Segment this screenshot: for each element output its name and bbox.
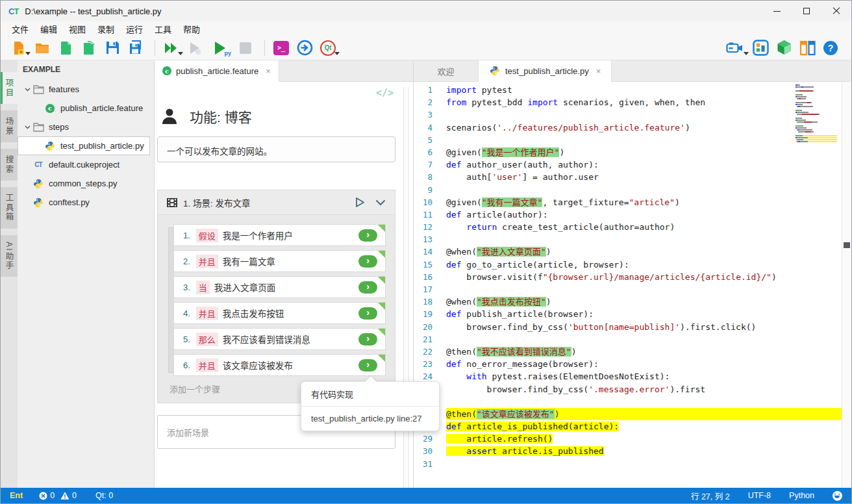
menu-编辑[interactable]: 编辑 [34, 21, 63, 36]
step-row-2[interactable]: 2.并且我有一篇文章› [173, 250, 386, 272]
code-line-10: 10@given("我有一篇文章", target_fixture="artic… [414, 196, 851, 208]
collapse-scenario-icon[interactable] [375, 199, 386, 206]
step-row-6[interactable]: 6.并且该文章应该被发布› [173, 354, 386, 376]
editor-tabbar: 欢迎test_publish_article.py× [414, 60, 851, 82]
tree-item-conftest.py[interactable]: conftest.py [18, 193, 154, 212]
line-number: 19 [414, 308, 446, 320]
dashboard-icon[interactable] [750, 38, 771, 58]
line-number: 21 [414, 333, 446, 346]
tree-item-label: steps [49, 122, 69, 132]
tree-item-publish_article.feature[interactable]: cpublish_article.feature [18, 99, 154, 118]
tab-欢迎[interactable]: 欢迎 [414, 60, 479, 81]
qt-status[interactable]: Qt: 0 [95, 491, 113, 500]
resume-icon[interactable] [294, 38, 315, 58]
new-document-icon[interactable] [55, 38, 76, 58]
tree-item-features[interactable]: features [18, 80, 154, 99]
menu-运行[interactable]: 运行 [120, 21, 149, 36]
python-icon [32, 179, 44, 189]
code-line-13: 13 [414, 233, 851, 246]
recorder-icon[interactable] [723, 38, 747, 58]
activity-tab-搜索[interactable]: 搜索 [1, 149, 18, 181]
line-number: 18 [414, 296, 446, 308]
line-number: 4 [414, 121, 446, 134]
error-counter[interactable]: 0 [39, 491, 55, 500]
activity-tab-场景[interactable]: 场景 [1, 110, 18, 142]
step-row-4[interactable]: 4.并且我点击发布按钮› [173, 302, 386, 324]
layout-icon[interactable] [797, 38, 818, 58]
step-list: 1.假设我是一个作者用户›2.并且我有一篇文章›3.当我进入文章页面›4.并且我… [168, 224, 386, 376]
encoding[interactable]: UTF-8 [748, 491, 771, 500]
open-folder-icon[interactable] [32, 38, 53, 58]
activity-tab-AI助手[interactable]: AI助手 [1, 235, 18, 277]
chevron-down-icon[interactable] [22, 84, 32, 95]
code-line-25: 25 browser.find_by_css('.message.error')… [414, 383, 851, 396]
menu-视图[interactable]: 视图 [63, 21, 92, 36]
scenario-header[interactable]: 1. 场景: 发布文章 [158, 190, 395, 215]
minimize-icon[interactable] [762, 1, 792, 21]
activity-tab-label: AI助手 [3, 242, 16, 271]
step-run-button[interactable]: › [358, 333, 377, 346]
step-run-button[interactable]: › [358, 281, 377, 294]
line-number: 30 [414, 445, 446, 457]
activity-tab-label: 搜索 [3, 155, 16, 174]
activity-tab-工具箱[interactable]: 工具箱 [1, 187, 18, 229]
tree-item-test_publish_article.py[interactable]: test_publish_article.py [18, 136, 150, 155]
scenario-icon [167, 198, 177, 207]
scrollbar-thumb[interactable] [844, 242, 850, 248]
maximize-icon[interactable] [792, 1, 821, 21]
tab-test_publish_article.py[interactable]: test_publish_article.py× [479, 60, 612, 82]
menu-文件[interactable]: 文件 [6, 21, 34, 36]
activity-tab-项目[interactable]: 项目 [1, 72, 18, 104]
close-tab-icon[interactable]: × [266, 66, 271, 76]
code-line-17: 17 [414, 283, 851, 296]
save-icon[interactable] [102, 38, 123, 58]
package-icon[interactable] [773, 38, 794, 58]
menu-工具[interactable]: 工具 [149, 21, 177, 36]
line-number: 8 [414, 171, 446, 183]
cursor-position[interactable]: 行 27, 列 2 [691, 490, 730, 502]
step-row-1[interactable]: 1.假设我是一个作者用户› [173, 224, 386, 246]
stop-icon[interactable] [235, 38, 256, 58]
terminal-icon[interactable]: >_ [271, 38, 292, 58]
code-line-24: 24 with pytest.raises(ElementDoesNotExis… [414, 370, 851, 383]
language-mode[interactable]: Python [789, 491, 814, 500]
chevron-down-icon[interactable] [22, 122, 32, 132]
warning-counter[interactable]: 0 [60, 491, 77, 500]
step-run-button[interactable]: › [358, 359, 377, 372]
new-file-icon[interactable] [8, 38, 29, 58]
step-run-button[interactable]: › [358, 307, 377, 320]
editor-scrollbar[interactable] [842, 82, 851, 488]
code-line-21: 21 [414, 333, 851, 346]
tree-item-common_steps.py[interactable]: common_steps.py [18, 174, 154, 193]
step-number: 4. [183, 309, 190, 318]
run-feature-icon[interactable] [184, 38, 205, 58]
run-all-icon[interactable] [161, 38, 182, 58]
tree-item-steps[interactable]: steps [18, 118, 154, 136]
python-icon [44, 141, 56, 151]
open-file-icon[interactable] [79, 38, 99, 58]
run-python-icon[interactable]: py [208, 38, 232, 58]
close-tab-icon[interactable]: × [596, 66, 601, 76]
menu-录制[interactable]: 录制 [92, 21, 120, 36]
code-view-toggle-icon[interactable]: </> [376, 87, 394, 99]
window-title: D:\example -- test_publish_article.py [25, 6, 161, 16]
feature-tabbar: c publish_article.feature × [155, 60, 413, 82]
tree-item-default.cukeproject[interactable]: CTdefault.cukeproject [18, 155, 154, 174]
feedback-smiley-icon[interactable] [833, 491, 842, 501]
step-row-5[interactable]: 5.那么我不应该看到错误消息› [173, 328, 386, 350]
feature-description[interactable]: 一个可以发布文章的网站。 [157, 136, 395, 162]
minimap[interactable] [796, 84, 837, 145]
tab-publish-article-feature[interactable]: c publish_article.feature × [155, 60, 279, 82]
step-run-button[interactable]: › [358, 229, 377, 242]
tooltip-code-link[interactable]: test_publish_article.py line:27 [301, 407, 439, 431]
close-icon[interactable] [821, 1, 851, 21]
code-editor[interactable]: 1import pytest2from pytest_bdd import sc… [414, 82, 851, 488]
help-icon[interactable]: ? [820, 38, 841, 58]
step-number: 5. [183, 334, 190, 344]
menu-帮助[interactable]: 帮助 [177, 21, 206, 36]
qt-tools-icon[interactable]: Qt [318, 38, 338, 58]
save-all-icon[interactable] [125, 38, 146, 58]
step-run-button[interactable]: › [358, 255, 377, 268]
run-scenario-icon[interactable] [354, 197, 365, 208]
step-row-3[interactable]: 3.当我进入文章页面› [173, 276, 386, 298]
